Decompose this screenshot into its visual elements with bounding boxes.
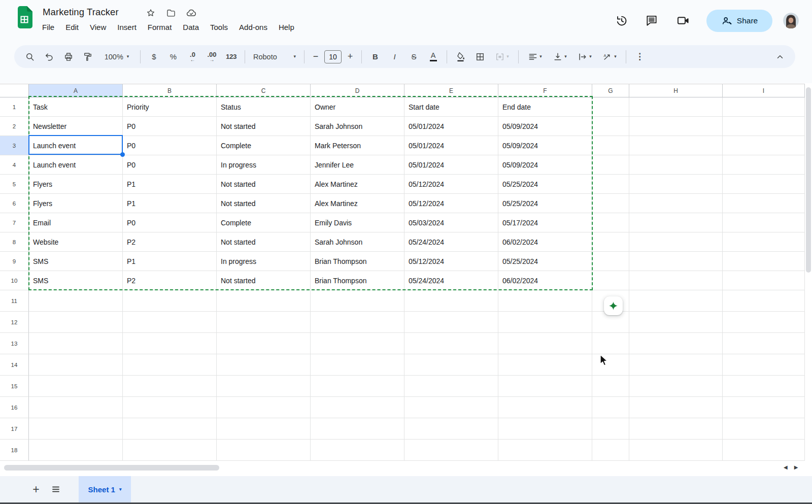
cell-F14[interactable] bbox=[498, 354, 592, 376]
document-title[interactable]: Marketing Tracker bbox=[43, 7, 119, 18]
cell-H13[interactable] bbox=[629, 333, 723, 354]
cell-B16[interactable] bbox=[123, 397, 217, 418]
cell-B14[interactable] bbox=[123, 354, 217, 376]
cell-G8[interactable] bbox=[592, 232, 629, 252]
row-header-8[interactable]: 8 bbox=[0, 232, 29, 252]
cell-C15[interactable] bbox=[217, 376, 311, 397]
cell-A13[interactable] bbox=[29, 333, 123, 354]
cell-C10[interactable]: Not started bbox=[217, 271, 311, 290]
cell-I4[interactable] bbox=[723, 155, 805, 175]
row-header-11[interactable]: 11 bbox=[0, 290, 29, 312]
cell-D3[interactable]: Mark Peterson bbox=[311, 136, 404, 155]
gemini-suggestion-button[interactable] bbox=[604, 296, 623, 315]
row-header-6[interactable]: 6 bbox=[0, 194, 29, 213]
cell-G6[interactable] bbox=[592, 194, 629, 213]
cell-A9[interactable]: SMS bbox=[29, 252, 123, 271]
cell-E7[interactable]: 05/03/2024 bbox=[404, 213, 498, 232]
cell-H4[interactable] bbox=[629, 155, 723, 175]
menu-file[interactable]: File bbox=[37, 21, 60, 33]
cell-C14[interactable] bbox=[217, 354, 311, 376]
zoom-select[interactable]: 100% ▾ bbox=[98, 49, 135, 64]
cell-D16[interactable] bbox=[311, 397, 404, 418]
column-header-A[interactable]: A bbox=[29, 84, 123, 97]
text-wrap-button[interactable]: ▾ bbox=[573, 49, 596, 64]
menu-addons[interactable]: Add-ons bbox=[233, 21, 273, 33]
cell-I18[interactable] bbox=[723, 440, 805, 461]
cell-H16[interactable] bbox=[629, 397, 723, 418]
add-sheet-button[interactable]: + bbox=[28, 482, 44, 497]
cell-D14[interactable] bbox=[311, 354, 404, 376]
cell-C5[interactable]: Not started bbox=[217, 175, 311, 194]
horizontal-scrollbar-thumb[interactable] bbox=[4, 465, 219, 471]
cell-C7[interactable]: Complete bbox=[217, 213, 311, 232]
cell-G5[interactable] bbox=[592, 175, 629, 194]
cell-D2[interactable]: Sarah Johnson bbox=[311, 117, 404, 136]
cell-D10[interactable]: Brian Thompson bbox=[311, 271, 404, 290]
cell-B9[interactable]: P1 bbox=[123, 252, 217, 271]
column-header-I[interactable]: I bbox=[723, 84, 805, 97]
strikethrough-button[interactable]: S bbox=[405, 49, 422, 64]
cell-G17[interactable] bbox=[592, 418, 629, 440]
cell-F1[interactable]: End date bbox=[498, 97, 592, 117]
decrease-decimals-button[interactable]: .0 ← bbox=[184, 49, 201, 64]
cell-D8[interactable]: Sarah Johnson bbox=[311, 232, 404, 252]
cell-E16[interactable] bbox=[404, 397, 498, 418]
menu-view[interactable]: View bbox=[84, 21, 112, 33]
cell-A15[interactable] bbox=[29, 376, 123, 397]
cell-C4[interactable]: In progress bbox=[217, 155, 311, 175]
number-format-button[interactable]: 123 bbox=[223, 49, 240, 64]
cell-B6[interactable]: P1 bbox=[123, 194, 217, 213]
paint-format-button[interactable] bbox=[79, 49, 96, 64]
column-header-D[interactable]: D bbox=[311, 84, 404, 97]
cell-H17[interactable] bbox=[629, 418, 723, 440]
scroll-right-arrow[interactable]: ▶ bbox=[794, 464, 798, 470]
cell-A14[interactable] bbox=[29, 354, 123, 376]
cell-H3[interactable] bbox=[629, 136, 723, 155]
cell-I2[interactable] bbox=[723, 117, 805, 136]
cell-G2[interactable] bbox=[592, 117, 629, 136]
cell-A16[interactable] bbox=[29, 397, 123, 418]
cell-C8[interactable]: Not started bbox=[217, 232, 311, 252]
cell-B7[interactable]: P0 bbox=[123, 213, 217, 232]
text-rotation-button[interactable]: A ▾ bbox=[598, 49, 621, 64]
column-header-H[interactable]: H bbox=[629, 84, 723, 97]
cell-E17[interactable] bbox=[404, 418, 498, 440]
cell-A4[interactable]: Launch event bbox=[29, 155, 123, 175]
vertical-align-button[interactable]: ▾ bbox=[549, 49, 571, 64]
cell-E11[interactable] bbox=[404, 290, 498, 312]
undo-button[interactable] bbox=[41, 49, 57, 64]
increase-font-size-button[interactable]: + bbox=[344, 49, 356, 64]
fill-handle[interactable] bbox=[120, 152, 125, 157]
cell-B8[interactable]: P2 bbox=[123, 232, 217, 252]
cell-B10[interactable]: P2 bbox=[123, 271, 217, 290]
search-menus-button[interactable] bbox=[21, 49, 38, 64]
cell-B4[interactable]: P0 bbox=[123, 155, 217, 175]
menu-data[interactable]: Data bbox=[177, 21, 205, 33]
row-header-7[interactable]: 7 bbox=[0, 213, 29, 232]
format-currency-button[interactable]: $ bbox=[146, 49, 162, 64]
cell-G1[interactable] bbox=[592, 97, 629, 117]
cell-E3[interactable]: 05/01/2024 bbox=[404, 136, 498, 155]
select-all-corner[interactable] bbox=[0, 84, 29, 97]
cell-E1[interactable]: Start date bbox=[404, 97, 498, 117]
collapse-toolbar-button[interactable] bbox=[771, 49, 788, 64]
column-header-G[interactable]: G bbox=[592, 84, 629, 97]
cell-G16[interactable] bbox=[592, 397, 629, 418]
cell-D9[interactable]: Brian Thompson bbox=[311, 252, 404, 271]
cell-E10[interactable]: 05/24/2024 bbox=[404, 271, 498, 290]
cell-G10[interactable] bbox=[592, 271, 629, 290]
cell-F6[interactable]: 05/25/2024 bbox=[498, 194, 592, 213]
cell-E5[interactable]: 05/12/2024 bbox=[404, 175, 498, 194]
cell-F11[interactable] bbox=[498, 290, 592, 312]
cell-D7[interactable]: Emily Davis bbox=[311, 213, 404, 232]
cell-E18[interactable] bbox=[404, 440, 498, 461]
italic-button[interactable]: I bbox=[386, 49, 403, 64]
cell-A17[interactable] bbox=[29, 418, 123, 440]
cell-A5[interactable]: Flyers bbox=[29, 175, 123, 194]
star-icon[interactable] bbox=[145, 8, 156, 19]
print-button[interactable] bbox=[60, 49, 77, 64]
cell-F15[interactable] bbox=[498, 376, 592, 397]
cell-E14[interactable] bbox=[404, 354, 498, 376]
cell-H15[interactable] bbox=[629, 376, 723, 397]
row-header-16[interactable]: 16 bbox=[0, 397, 29, 418]
